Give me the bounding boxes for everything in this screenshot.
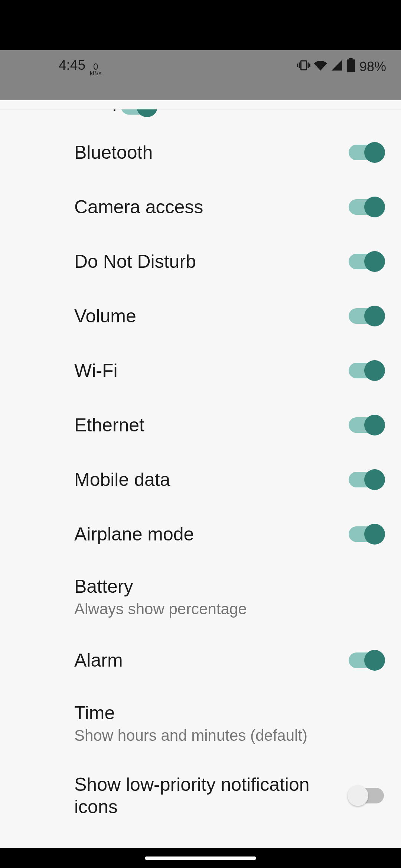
list-item-clipped[interactable]: Hotspot [0, 109, 401, 125]
status-bar: 4:45 0 kB/s 98% [0, 50, 401, 83]
row-label: Volume [74, 305, 136, 327]
list-item[interactable]: Airplane mode [0, 507, 401, 561]
list-item[interactable]: BatteryAlways show percentage [0, 561, 401, 633]
toggle-thumb [364, 197, 385, 217]
row-text: Do Not Disturb [74, 250, 196, 273]
row-text: Show low-priority notification icons [74, 773, 312, 818]
toggle-thumb [364, 650, 385, 671]
row-label: Mobile data [74, 468, 170, 491]
toggle-switch[interactable] [349, 526, 384, 542]
wifi-icon [313, 58, 327, 75]
status-battery-text: 98% [359, 59, 386, 75]
row-label: Battery [74, 575, 247, 598]
vibrate-icon [297, 59, 310, 75]
row-label: Do Not Disturb [74, 250, 196, 273]
row-text: Camera access [74, 196, 203, 218]
row-text: Volume [74, 305, 136, 327]
row-text: Mobile data [74, 468, 170, 491]
screenshot-dim-overlay: 4:45 0 kB/s 98% [0, 50, 401, 100]
row-text: TimeShow hours and minutes (default) [74, 702, 307, 746]
list-item[interactable]: Mobile data [0, 452, 401, 507]
signal-icon [330, 59, 343, 75]
toggle-thumb [364, 469, 385, 490]
list-item[interactable]: Bluetooth [0, 125, 401, 180]
row-sublabel: Always show percentage [74, 599, 247, 619]
toggle-thumb [364, 251, 385, 272]
list-item[interactable]: TimeShow hours and minutes (default) [0, 688, 401, 760]
toggle-switch[interactable] [349, 254, 384, 269]
row-label: Time [74, 702, 307, 724]
row-label: Bluetooth [74, 141, 153, 164]
toggle-thumb [137, 109, 157, 117]
toggle-thumb [348, 785, 368, 806]
toggle-thumb [364, 415, 385, 435]
battery-icon [346, 58, 356, 75]
toggle-switch[interactable] [349, 788, 384, 803]
status-time: 4:45 [59, 57, 85, 73]
navigation-bar [0, 848, 401, 868]
list-item[interactable]: Show low-priority notification icons [0, 759, 401, 832]
list-item[interactable]: Camera access [0, 180, 401, 234]
settings-list[interactable]: Hotspot BluetoothCamera accessDo Not Dis… [0, 109, 401, 832]
row-label: Airplane mode [74, 523, 194, 545]
row-text: Ethernet [74, 414, 144, 436]
list-item[interactable]: Do Not Disturb [0, 234, 401, 289]
row-label: Ethernet [74, 414, 144, 436]
list-item[interactable]: Wi-Fi [0, 343, 401, 398]
row-label: Wi-Fi [74, 359, 118, 382]
list-item[interactable]: Alarm [0, 633, 401, 688]
list-item[interactable]: Ethernet [0, 398, 401, 452]
row-label: Alarm [74, 649, 123, 671]
row-label: Show low-priority notification icons [74, 773, 312, 818]
toggle-switch[interactable] [349, 363, 384, 378]
toggle-switch[interactable] [349, 145, 384, 160]
nav-pill[interactable] [145, 857, 256, 860]
row-text: BatteryAlways show percentage [74, 575, 247, 619]
toggle-thumb [364, 142, 385, 163]
row-text: Wi-Fi [74, 359, 118, 382]
row-label: Camera access [74, 196, 203, 218]
row-text: Airplane mode [74, 523, 194, 545]
row-text: Bluetooth [74, 141, 153, 164]
toggle-switch[interactable] [349, 199, 384, 215]
toggle-switch[interactable] [349, 652, 384, 668]
toggle-switch[interactable] [349, 417, 384, 433]
row-text: Alarm [74, 649, 123, 671]
toggle-hotspot[interactable] [121, 109, 156, 115]
list-item[interactable]: Volume [0, 289, 401, 343]
toggle-thumb [364, 360, 385, 381]
toggle-thumb [364, 306, 385, 326]
row-sublabel: Show hours and minutes (default) [74, 726, 307, 746]
toggle-switch[interactable] [349, 472, 384, 487]
toggle-thumb [364, 524, 385, 545]
status-data-rate: 0 kB/s [90, 63, 101, 76]
toggle-switch[interactable] [349, 308, 384, 324]
